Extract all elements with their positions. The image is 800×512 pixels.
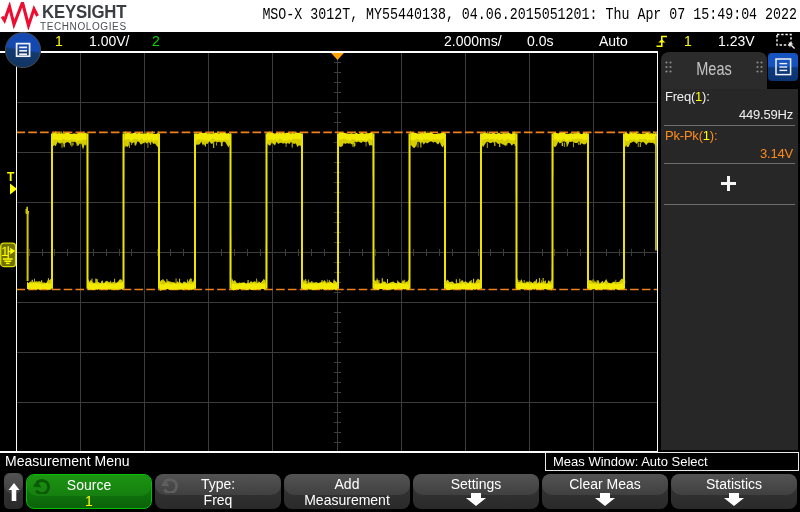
svg-text:1: 1 bbox=[1, 244, 9, 259]
svg-text:T: T bbox=[7, 170, 15, 184]
